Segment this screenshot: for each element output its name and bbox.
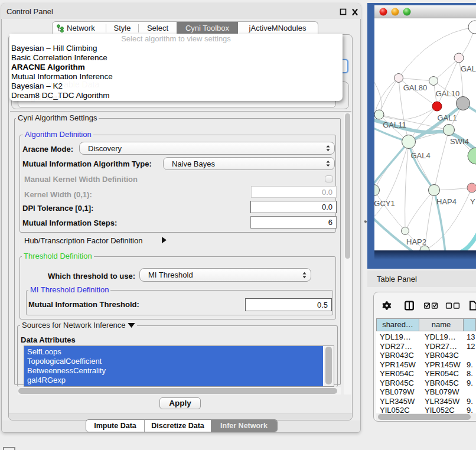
svg-text:Y: Y (470, 197, 475, 206)
svg-text:GAL80: GAL80 (403, 83, 427, 92)
svg-text:HAP2: HAP2 (406, 237, 426, 246)
svg-text:GCY1: GCY1 (374, 199, 395, 208)
svg-text:GAL4: GAL4 (410, 151, 430, 160)
svg-text:GAL10: GAL10 (436, 89, 459, 98)
svg-text:HAP4: HAP4 (436, 197, 457, 206)
svg-text:GAL7: GAL7 (461, 64, 476, 73)
svg-text:GAL1: GAL1 (437, 113, 457, 122)
svg-text:GAL11: GAL11 (383, 120, 406, 129)
svg-text:SWI4: SWI4 (450, 137, 469, 146)
